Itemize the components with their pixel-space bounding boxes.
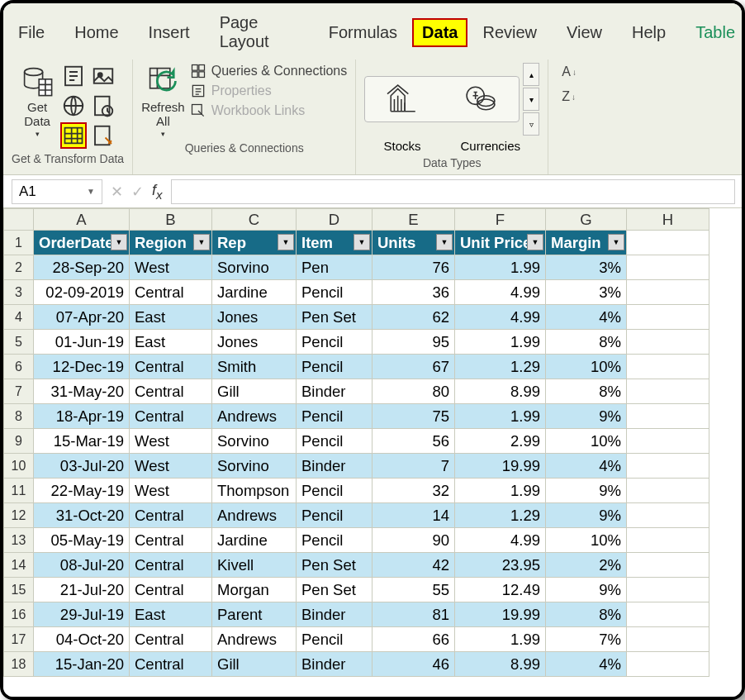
filter-dropdown-button[interactable]: ▼ <box>527 234 543 250</box>
cell[interactable]: Pencil <box>297 503 372 528</box>
row-header[interactable]: 14 <box>4 553 34 578</box>
cell[interactable]: Sorvino <box>212 255 297 280</box>
cell[interactable]: 46 <box>372 652 455 677</box>
cell[interactable] <box>627 553 709 578</box>
cell[interactable]: Pencil <box>297 404 372 429</box>
cell[interactable]: Morgan <box>212 578 297 602</box>
cell[interactable]: 3% <box>546 255 627 280</box>
cell[interactable]: Central <box>130 503 212 528</box>
cell[interactable]: 95 <box>372 330 455 355</box>
cell[interactable]: 03-Jul-20 <box>34 454 130 479</box>
cell[interactable]: 32 <box>372 479 455 503</box>
table-header-cell[interactable]: OrderDate▼ <box>34 231 130 255</box>
table-header-cell[interactable]: Region▼ <box>130 231 212 255</box>
row-header[interactable]: 18 <box>4 652 34 677</box>
cell[interactable] <box>627 503 709 528</box>
table-header-cell[interactable]: Rep▼ <box>212 231 297 255</box>
cell[interactable]: 4% <box>546 652 627 677</box>
cell[interactable]: Binder <box>297 454 372 479</box>
cell[interactable] <box>627 627 709 652</box>
col-header-D[interactable]: D <box>297 209 372 231</box>
queries-connections-button[interactable]: Queries & Connections <box>190 63 348 79</box>
cell[interactable] <box>627 305 709 330</box>
cell[interactable] <box>627 652 709 677</box>
row-header[interactable]: 3 <box>4 280 34 305</box>
row-header[interactable]: 17 <box>4 627 34 652</box>
cell[interactable]: 3% <box>546 280 627 305</box>
cell[interactable] <box>627 404 709 429</box>
cell[interactable]: 76 <box>372 255 455 280</box>
data-types-down-button[interactable]: ▾ <box>523 88 539 111</box>
col-header-G[interactable]: G <box>546 209 627 231</box>
cell[interactable]: West <box>130 255 212 280</box>
cell[interactable]: Central <box>130 280 212 305</box>
table-header-cell[interactable]: Unit Price▼ <box>455 231 546 255</box>
col-header-A[interactable]: A <box>34 209 130 231</box>
refresh-all-button[interactable]: Refresh All ▾ <box>141 63 185 138</box>
row-header[interactable]: 1 <box>4 231 34 255</box>
cell[interactable] <box>627 355 709 379</box>
filter-dropdown-button[interactable]: ▼ <box>608 234 624 250</box>
cell[interactable]: 9% <box>546 404 627 429</box>
cell[interactable]: Binder <box>297 652 372 677</box>
worksheet-grid[interactable]: ABCDEFGH1OrderDate▼Region▼Rep▼Item▼Units… <box>3 208 742 697</box>
row-header[interactable]: 11 <box>4 479 34 503</box>
menu-tab-review[interactable]: Review <box>467 18 552 47</box>
formula-input[interactable] <box>171 179 735 204</box>
cell[interactable]: 29-Jul-19 <box>34 602 130 627</box>
col-header-F[interactable]: F <box>455 209 546 231</box>
col-header-B[interactable]: B <box>130 209 212 231</box>
cell[interactable]: 4.99 <box>455 305 546 330</box>
cell[interactable]: 19.99 <box>455 602 546 627</box>
row-header[interactable]: 13 <box>4 528 34 553</box>
cell[interactable]: 8% <box>546 602 627 627</box>
cell[interactable]: 1.99 <box>455 330 546 355</box>
name-box[interactable]: A1 ▼ <box>12 179 102 204</box>
cell[interactable]: 1.29 <box>455 355 546 379</box>
sort-desc-button[interactable]: Z↓ <box>562 89 577 104</box>
filter-dropdown-button[interactable]: ▼ <box>436 234 453 250</box>
cell[interactable]: Sorvino <box>212 429 297 454</box>
menu-tab-data[interactable]: Data <box>412 18 467 47</box>
cell[interactable]: 62 <box>372 305 455 330</box>
cell[interactable]: Pencil <box>297 627 372 652</box>
select-all-corner[interactable] <box>4 209 34 231</box>
cell[interactable]: 55 <box>372 578 455 602</box>
chevron-down-icon[interactable]: ▼ <box>87 187 95 196</box>
cell[interactable]: 66 <box>372 627 455 652</box>
cell[interactable]: Binder <box>297 379 372 404</box>
menu-tab-formulas[interactable]: Formulas <box>314 18 412 47</box>
cell[interactable] <box>627 231 709 255</box>
row-header[interactable]: 16 <box>4 602 34 627</box>
accept-formula-button[interactable]: ✓ <box>131 183 144 201</box>
cell[interactable]: 90 <box>372 528 455 553</box>
cell[interactable]: 1.99 <box>455 479 546 503</box>
cell[interactable] <box>627 528 709 553</box>
cell[interactable]: Gill <box>212 652 297 677</box>
cell[interactable]: Pen Set <box>297 305 372 330</box>
cell[interactable]: 1.99 <box>455 627 546 652</box>
menu-tab-insert[interactable]: Insert <box>134 18 205 47</box>
filter-dropdown-button[interactable]: ▼ <box>278 234 294 250</box>
cell[interactable]: Jones <box>212 330 297 355</box>
cell[interactable]: 1.29 <box>455 503 546 528</box>
cell[interactable] <box>627 255 709 280</box>
from-web-button[interactable] <box>60 93 87 119</box>
cell[interactable]: Pencil <box>297 355 372 379</box>
cell[interactable]: Pencil <box>297 330 372 355</box>
cell[interactable]: West <box>130 479 212 503</box>
cell[interactable]: 9% <box>546 578 627 602</box>
from-text-button[interactable] <box>60 63 87 89</box>
cell[interactable]: West <box>130 429 212 454</box>
cell[interactable]: Thompson <box>212 479 297 503</box>
cell[interactable]: 14 <box>372 503 455 528</box>
sort-asc-button[interactable]: A↓ <box>562 64 577 79</box>
table-header-cell[interactable]: Units▼ <box>372 231 455 255</box>
cancel-formula-button[interactable]: ✕ <box>111 183 123 201</box>
cell[interactable] <box>627 429 709 454</box>
cell[interactable]: 67 <box>372 355 455 379</box>
row-header[interactable]: 10 <box>4 454 34 479</box>
col-header-C[interactable]: C <box>212 209 297 231</box>
cell[interactable]: 2% <box>546 553 627 578</box>
row-header[interactable]: 6 <box>4 355 34 379</box>
